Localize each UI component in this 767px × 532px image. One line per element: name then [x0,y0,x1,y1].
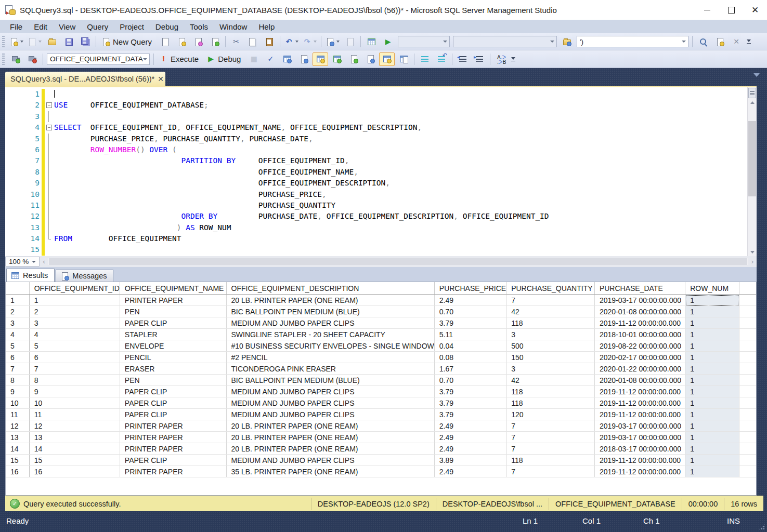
new-query-button[interactable]: New Query [99,35,156,48]
column-header-row_num[interactable]: ROW_NUM [685,282,739,295]
activity-monitor-button[interactable] [363,35,379,48]
grid-cell[interactable]: 7 [29,363,120,375]
quick-find-button[interactable] [695,35,711,48]
grid-cell[interactable]: 0.08 [434,352,506,363]
find-in-files-button[interactable] [559,35,575,48]
chevron-down-icon[interactable] [443,41,447,43]
menu-view[interactable]: View [53,21,81,32]
navigate-forward-button[interactable] [342,35,358,48]
menu-project[interactable]: Project [114,21,150,32]
grid-cell[interactable]: 4 [29,329,120,340]
column-header-purchase_date[interactable]: PURCHASE_DATE [594,282,685,295]
code-line[interactable]: 9 OFFICE_EQUIPMENT_DESCRIPTION, [5,178,747,189]
grid-cell[interactable]: 1 [685,329,739,340]
code-line[interactable]: 15 [5,244,747,255]
grid-cell[interactable]: 1 [685,306,739,317]
row-header-corner[interactable] [6,282,29,295]
row-header[interactable]: 8 [6,375,29,386]
grid-cell[interactable]: 2019-11-12 00:00:00.000 [594,455,685,466]
intellisense-enabled-button[interactable] [313,52,328,66]
grid-cell[interactable]: BIC BALLPOINT PEN MEDIUM (BLUE) [226,375,434,386]
grid-cell[interactable]: #10 BUSINESS SECURITY ENVELOPES - SINGLE… [226,340,434,352]
grid-cell[interactable]: PRINTER PAPER [120,466,226,477]
grid-cell[interactable]: 120 [506,409,595,420]
row-header[interactable]: 1 [6,295,29,306]
grid-cell[interactable]: 2019-03-17 00:00:00.000 [594,420,685,432]
cut-button[interactable]: ✂ [228,35,244,48]
grid-cell[interactable]: 118 [506,397,595,409]
results-to-grid-button[interactable] [379,52,395,66]
menu-edit[interactable]: Edit [28,21,53,32]
grid-cell[interactable]: 3.79 [434,386,506,397]
grid-cell[interactable]: 1 [685,317,739,329]
save-button[interactable] [61,35,76,48]
menu-query[interactable]: Query [81,21,114,32]
grid-cell[interactable]: 3 [29,317,120,329]
redo-button[interactable]: ↷ [301,35,318,48]
grid-cell[interactable]: 118 [506,455,595,466]
maximize-button[interactable] [719,0,743,20]
grid-cell[interactable]: 2019-11-12 00:00:00.000 [594,317,685,329]
grid-cell[interactable]: 9 [29,386,120,397]
grid-cell[interactable]: 1 [685,443,739,455]
scroll-down-arrow[interactable] [748,248,757,256]
grid-cell[interactable]: 13 [29,432,120,443]
grid-cell[interactable]: 2019-11-12 00:00:00.000 [594,409,685,420]
editor-horizontal-scrollbar[interactable]: ‹ › [40,256,757,267]
new-project-button[interactable] [26,35,43,48]
close-button[interactable]: ✕ [743,0,767,20]
grid-cell[interactable]: TICONDEROGA PINK ERASER [226,363,434,375]
grid-cell[interactable]: 1 [29,295,120,306]
code-line[interactable]: 13 ) AS ROW_NUM [5,222,747,233]
grid-cell[interactable]: PEN [120,306,226,317]
chevron-down-icon[interactable] [682,41,686,43]
editor-vertical-scrollbar[interactable] [747,87,757,256]
grid-cell[interactable]: 118 [506,386,595,397]
grid-cell[interactable]: 3 [506,329,595,340]
grid-cell[interactable]: 1 [685,340,739,352]
code-line[interactable]: 3 [5,111,747,122]
grid-cell[interactable]: 3.79 [434,409,506,420]
include-actual-plan-button[interactable] [329,52,345,66]
code-line[interactable]: 14FROM OFFICE_EQUIPMENT [5,233,747,244]
grid-cell[interactable]: 3.79 [434,317,506,329]
grid-cell[interactable]: 12 [29,420,120,432]
grid-cell[interactable]: MEDIUM AND JUMBO PAPER CLIPS [226,397,434,409]
grid-cell[interactable]: 1 [685,386,739,397]
tab-results[interactable]: Results [6,269,55,282]
grid-cell[interactable]: 35 LB. PRINTER PAPER (ONE REAM) [226,466,434,477]
grid-cell[interactable]: 11 [29,409,120,420]
chevron-down-icon[interactable] [38,41,42,43]
grid-cell[interactable]: 2020-01-22 00:00:00.000 [594,363,685,375]
navigate-backward-button[interactable] [324,35,341,48]
chevron-down-icon[interactable] [336,41,340,43]
grid-cell[interactable]: SWINGLINE STAPLER - 20 SHEET CAPACITY [226,329,434,340]
grid-cell[interactable]: 20 LB. PRINTER PAPER (ONE REAM) [226,295,434,306]
code-line[interactable]: 7 PARTITION BY OFFICE_EQUIPMENT_ID, [5,155,747,166]
grid-cell[interactable]: 20 LB. PRINTER PAPER (ONE REAM) [226,443,434,455]
grid-cell[interactable]: 1 [685,295,739,306]
display-estimated-plan-button[interactable] [279,52,295,66]
grid-cell[interactable]: 150 [506,352,595,363]
sql-editor[interactable]: 12−USE OFFICE_EQUIPMENT_DATABASE;34−SELE… [5,86,757,256]
scroll-left-arrow[interactable]: ‹ [40,258,48,265]
document-list-dropdown-icon[interactable] [753,73,760,77]
mdx-query-button[interactable] [174,35,189,48]
row-header[interactable]: 5 [6,340,29,352]
open-file-button[interactable] [44,35,60,48]
grid-cell[interactable]: STAPLER [120,329,226,340]
chevron-down-icon[interactable] [295,41,298,43]
grid-cell[interactable]: PAPER CLIP [120,409,226,420]
grid-cell[interactable]: 2020-01-08 00:00:00.000 [594,375,685,386]
grid-cell[interactable]: 2019-11-12 00:00:00.000 [594,386,685,397]
save-all-button[interactable] [77,35,93,48]
grid-cell[interactable]: ENVELOPE [120,340,226,352]
query-options-button[interactable] [296,52,311,66]
grid-cell[interactable]: 2019-11-12 00:00:00.000 [594,397,685,409]
grid-cell[interactable]: BIC BALLPOINT PEN MEDIUM (BLUE) [226,306,434,317]
column-header-purchase_quantity[interactable]: PURCHASE_QUANTITY [506,282,595,295]
grid-cell[interactable]: 3.89 [434,455,506,466]
tab-messages[interactable]: Messages [56,270,113,282]
grid-cell[interactable]: 15 [29,455,120,466]
scroll-thumb[interactable] [748,121,756,196]
